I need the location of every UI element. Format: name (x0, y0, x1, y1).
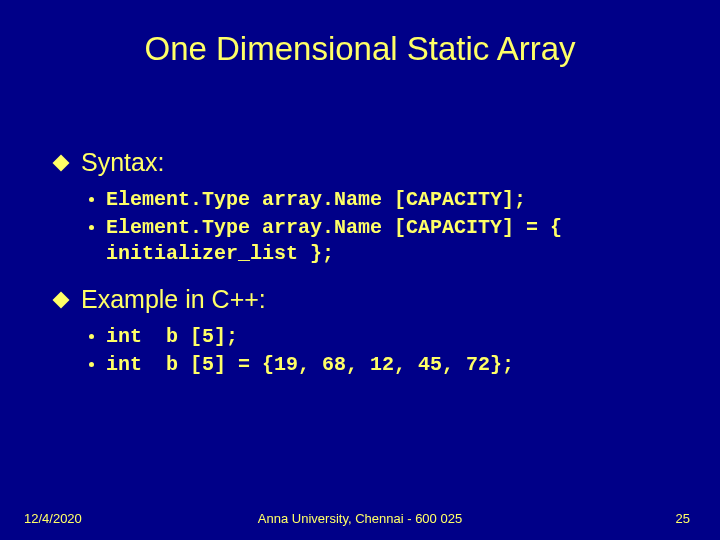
dot-bullet-icon (89, 225, 94, 230)
dot-bullet-icon (89, 362, 94, 367)
section-heading: Syntax: (81, 148, 164, 177)
code-text: Element.Type array.Name [CAPACITY] = { i… (106, 215, 665, 267)
section-head: Example in C++: (55, 285, 665, 314)
dot-bullet-icon (89, 334, 94, 339)
bullet-item: Element.Type array.Name [CAPACITY] = { i… (89, 215, 665, 267)
section-head: Syntax: (55, 148, 665, 177)
diamond-bullet-icon (53, 154, 70, 171)
footer-page-number: 25 (676, 511, 690, 526)
bullet-list: int b [5]; int b [5] = {19, 68, 12, 45, … (55, 324, 665, 378)
slide-footer: 12/4/2020 Anna University, Chennai - 600… (0, 511, 720, 526)
footer-org: Anna University, Chennai - 600 025 (258, 511, 462, 526)
section-heading: Example in C++: (81, 285, 266, 314)
section-syntax: Syntax: Element.Type array.Name [CAPACIT… (55, 148, 665, 267)
bullet-item: int b [5] = {19, 68, 12, 45, 72}; (89, 352, 665, 378)
slide-content: Syntax: Element.Type array.Name [CAPACIT… (0, 68, 720, 378)
diamond-bullet-icon (53, 291, 70, 308)
bullet-item: Element.Type array.Name [CAPACITY]; (89, 187, 665, 213)
code-text: Element.Type array.Name [CAPACITY]; (106, 187, 665, 213)
slide-title: One Dimensional Static Array (0, 0, 720, 68)
dot-bullet-icon (89, 197, 94, 202)
footer-date: 12/4/2020 (24, 511, 82, 526)
code-text: int b [5]; (106, 324, 665, 350)
bullet-item: int b [5]; (89, 324, 665, 350)
code-text: int b [5] = {19, 68, 12, 45, 72}; (106, 352, 665, 378)
bullet-list: Element.Type array.Name [CAPACITY]; Elem… (55, 187, 665, 267)
section-example: Example in C++: int b [5]; int b [5] = {… (55, 285, 665, 378)
